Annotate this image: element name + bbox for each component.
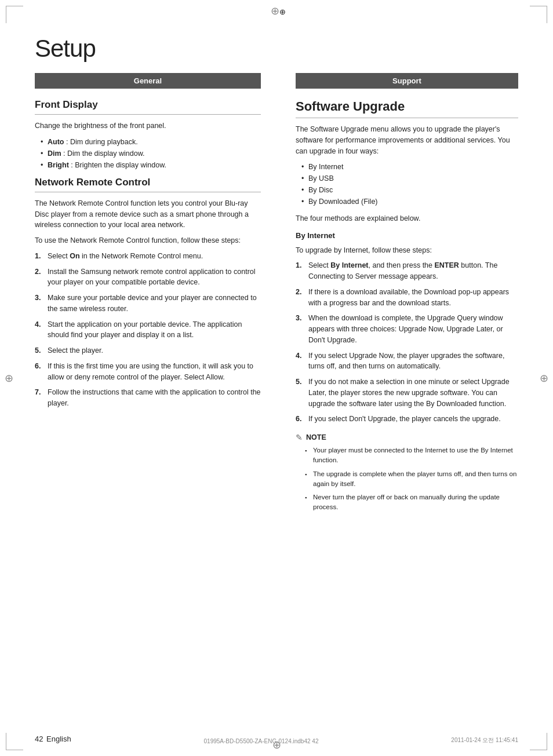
note-label: NOTE: [306, 433, 326, 441]
software-upgrade-section: Software Upgrade The Software Upgrade me…: [296, 99, 518, 513]
note-icon: ✎: [296, 433, 303, 442]
bi-step-1: 1. Select By Internet, and then press th…: [296, 260, 518, 282]
method-disc: By Disc: [301, 184, 518, 196]
bullet-bright: Bright : Brighten the display window.: [41, 159, 261, 171]
upgrade-methods: By Internet By USB By Disc By Downloaded…: [301, 161, 518, 207]
front-display-section: Front Display Change the brightness of t…: [35, 99, 261, 171]
step-5: 5.Select the player.: [35, 345, 261, 356]
right-crosshair: ⊕: [540, 372, 548, 385]
network-remote-desc2: To use the Network Remote Control functi…: [35, 235, 261, 246]
general-header: General: [35, 73, 261, 89]
col-general: General Front Display Change the brightn…: [35, 73, 278, 415]
left-crosshair: ⊕: [5, 372, 13, 385]
bi-step-5: 5. If you do not make a selection in one…: [296, 377, 518, 409]
by-internet-title: By Internet: [296, 230, 518, 242]
by-internet-intro: To upgrade by Internet, follow these ste…: [296, 245, 518, 256]
bi-step-3: 3. When the download is complete, the Up…: [296, 313, 518, 345]
bullet-dim: Dim : Dim the display window.: [41, 148, 261, 159]
bi-step-6: 6. If you select Don't Upgrade, the play…: [296, 414, 518, 425]
note-header: ✎ NOTE: [296, 433, 518, 442]
bullet-auto: Auto : Dim during playback.: [41, 136, 261, 148]
top-crosshair: ⊕: [271, 5, 282, 16]
network-remote-section: Network Remote Control The Network Remot…: [35, 177, 261, 409]
corner-mark-tl: [6, 6, 23, 23]
methods-footer: The four methods are explained below.: [296, 213, 518, 224]
front-display-description: Change the brightness of the front panel…: [35, 120, 261, 132]
footer-file: 01995A-BD-D5500-ZA-ENG-0124.indb42 42: [204, 738, 319, 744]
front-display-title: Front Display: [35, 99, 261, 115]
page-number: 42 English: [35, 731, 71, 744]
step-3: 3.Make sure your portable device and you…: [35, 293, 261, 315]
note-section: ✎ NOTE Your player must be connected to …: [296, 433, 518, 513]
page-language: English: [46, 735, 71, 743]
step-1: 1.Select On in the Network Remote Contro…: [35, 251, 261, 262]
note-items: Your player must be connected to the Int…: [305, 445, 518, 513]
method-internet: By Internet: [301, 161, 518, 173]
content-columns: General Front Display Change the brightn…: [35, 73, 518, 516]
method-usb: By USB: [301, 173, 518, 184]
footer: 42 English 01995A-BD-D5500-ZA-ENG-0124.i…: [0, 731, 553, 744]
col-support: Support Software Upgrade The Software Up…: [278, 73, 518, 516]
note-item-3: Never turn the player off or back on man…: [305, 492, 518, 513]
front-display-bullets: Auto : Dim during playback. Dim : Dim th…: [41, 136, 261, 171]
support-header: Support: [296, 73, 518, 89]
note-item-2: The upgrade is complete when the player …: [305, 469, 518, 490]
footer-date: 2011-01-24 오전 11:45:41: [451, 736, 518, 744]
page-outer: ⊕ ⊕ ⊕ ⊕ Setup General Front Display Chan…: [0, 0, 553, 756]
step-2: 2.Install the Samsung network remote con…: [35, 266, 261, 288]
software-upgrade-desc: The Software Upgrade menu allows you to …: [296, 124, 518, 156]
bi-step-2: 2. If there is a download available, the…: [296, 287, 518, 309]
network-remote-title: Network Remote Control: [35, 177, 261, 192]
method-downloaded: By Downloaded (File): [301, 196, 518, 207]
page-title: Setup: [35, 35, 518, 63]
corner-mark-tr: [530, 6, 547, 23]
network-remote-steps: 1.Select On in the Network Remote Contro…: [35, 251, 261, 409]
by-internet-section: By Internet To upgrade by Internet, foll…: [296, 230, 518, 513]
bi-step-4: 4. If you select Upgrade Now, the player…: [296, 350, 518, 372]
step-7: 7.Follow the instructions that came with…: [35, 387, 261, 409]
note-item-1: Your player must be connected to the Int…: [305, 445, 518, 466]
network-remote-desc1: The Network Remote Control function lets…: [35, 198, 261, 231]
software-upgrade-title: Software Upgrade: [296, 99, 518, 118]
step-4: 4.Start the application on your portable…: [35, 319, 261, 341]
by-internet-steps: 1. Select By Internet, and then press th…: [296, 260, 518, 425]
step-6: 6.If this is the first time you are usin…: [35, 361, 261, 383]
